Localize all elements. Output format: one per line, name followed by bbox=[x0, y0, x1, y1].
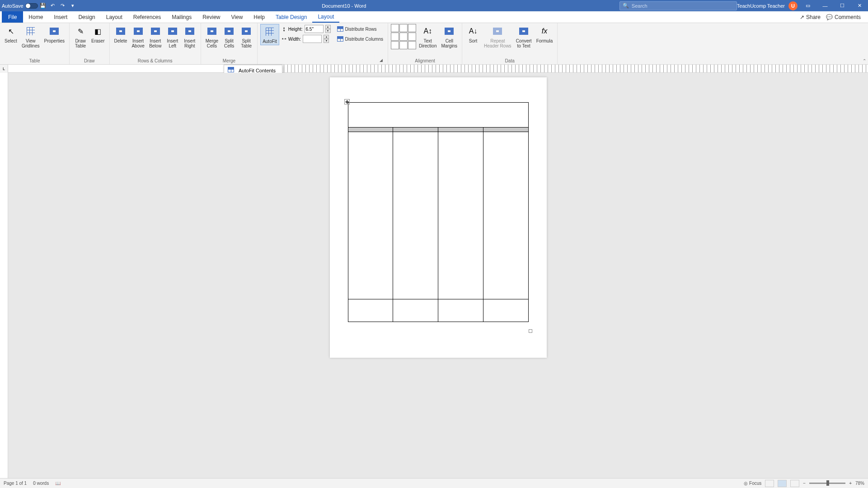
undo-icon[interactable]: ↶ bbox=[49, 2, 57, 10]
split-table-button[interactable]: Split Table bbox=[238, 24, 254, 49]
data-group-label: Data bbox=[465, 57, 554, 64]
dist-rows-icon bbox=[337, 26, 343, 32]
draw-table-button[interactable]: ✎Draw Table bbox=[72, 24, 89, 49]
align-mid-right[interactable] bbox=[408, 33, 416, 41]
repeat-header-rows-button[interactable]: Repeat Header Rows bbox=[482, 24, 513, 49]
mailings-tab[interactable]: Mailings bbox=[166, 11, 197, 23]
close-icon[interactable]: ✕ bbox=[853, 1, 866, 10]
insert-above-icon bbox=[132, 25, 145, 38]
select-button[interactable]: ↖Select bbox=[3, 24, 19, 44]
height-input[interactable] bbox=[305, 25, 324, 33]
insert-below-button[interactable]: Insert Below bbox=[147, 24, 164, 49]
minimize-icon[interactable]: — bbox=[818, 1, 832, 10]
insert-left-icon bbox=[166, 25, 179, 38]
properties-icon bbox=[48, 25, 61, 38]
comments-button[interactable]: 💬Comments bbox=[826, 14, 861, 20]
convert-text-icon bbox=[517, 25, 530, 38]
share-button[interactable]: ↗Share bbox=[800, 14, 821, 20]
insert-tab[interactable]: Insert bbox=[48, 11, 73, 23]
delete-button[interactable]: Delete bbox=[113, 24, 129, 44]
text-direction-button[interactable]: A↕Text Direction bbox=[417, 24, 438, 49]
alignment-group: A↕Text Direction Cell Margins Alignment bbox=[388, 23, 462, 64]
sort-button[interactable]: A↓Sort bbox=[465, 24, 481, 44]
height-icon: ⭥ bbox=[282, 27, 286, 32]
merge-cells-icon bbox=[206, 25, 218, 38]
insert-below-icon bbox=[149, 25, 162, 38]
autofit-contents-item[interactable]: AutoFit Contents bbox=[224, 65, 282, 73]
merge-cells-button[interactable]: Merge Cells bbox=[204, 24, 220, 49]
autofit-dropdown: AutoFit Contents AutoFit Window Fixed Co… bbox=[224, 65, 282, 73]
home-tab[interactable]: Home bbox=[23, 11, 48, 23]
references-tab[interactable]: References bbox=[128, 11, 166, 23]
comments-icon: 💬 bbox=[826, 14, 833, 20]
insert-right-button[interactable]: Insert Right bbox=[182, 24, 198, 49]
collapse-ribbon-icon[interactable]: ⌃ bbox=[863, 58, 866, 63]
dist-cols-icon bbox=[337, 36, 343, 42]
merge-group: Merge Cells Split Cells Split Table Merg… bbox=[201, 23, 258, 64]
user-name[interactable]: TeachUcomp Teacher bbox=[737, 3, 785, 9]
align-top-left[interactable] bbox=[391, 24, 399, 32]
split-cells-button[interactable]: Split Cells bbox=[221, 24, 237, 49]
save-icon[interactable]: 💾 bbox=[39, 2, 47, 10]
formula-icon: fx bbox=[538, 25, 551, 38]
width-input[interactable] bbox=[303, 35, 322, 43]
title-bar: AutoSave 💾 ↶ ↷ ▾ Document10 - Word 🔍 Sea… bbox=[0, 0, 868, 11]
file-tab[interactable]: File bbox=[2, 11, 23, 23]
align-bot-left[interactable] bbox=[391, 41, 399, 49]
height-label: Height: bbox=[288, 27, 303, 32]
align-top-right[interactable] bbox=[408, 24, 416, 32]
ribbon-display-icon[interactable]: ▭ bbox=[801, 1, 815, 10]
align-mid-center[interactable] bbox=[399, 33, 408, 41]
convert-to-text-button[interactable]: Convert to Text bbox=[514, 24, 534, 49]
rows-columns-group-label: Rows & Columns bbox=[113, 57, 198, 64]
gridlines-icon bbox=[24, 25, 37, 38]
repeat-header-icon bbox=[491, 25, 504, 38]
cell-margins-button[interactable]: Cell Margins bbox=[439, 24, 459, 49]
share-icon: ↗ bbox=[800, 14, 804, 20]
properties-button[interactable]: Properties bbox=[42, 24, 66, 44]
search-icon: 🔍 bbox=[623, 3, 629, 9]
distribute-rows-button[interactable]: Distribute Rows bbox=[335, 24, 385, 34]
select-icon: ↖ bbox=[5, 25, 17, 38]
maximize-icon[interactable]: ☐ bbox=[835, 1, 849, 10]
search-box[interactable]: 🔍 Search bbox=[619, 1, 737, 10]
split-cells-icon bbox=[223, 25, 235, 38]
qat-customize-icon[interactable]: ▾ bbox=[69, 2, 77, 10]
ruler-corner[interactable]: L bbox=[0, 65, 8, 73]
formula-button[interactable]: fxFormula bbox=[535, 24, 555, 44]
search-placeholder: Search bbox=[632, 3, 647, 9]
cell-size-fields: ⭥ Height: ▴▾ ⭤ Width: ▴▾ bbox=[282, 24, 331, 44]
align-mid-left[interactable] bbox=[391, 33, 399, 41]
width-spinner[interactable]: ▴▾ bbox=[324, 35, 329, 43]
cell-size-launcher-icon[interactable]: ◢ bbox=[379, 58, 384, 63]
table-layout-tab[interactable]: Layout bbox=[312, 11, 339, 23]
align-top-center[interactable] bbox=[399, 24, 408, 32]
table-design-tab[interactable]: Table Design bbox=[270, 11, 312, 23]
data-group: A↓Sort Repeat Header Rows Convert to Tex… bbox=[462, 23, 558, 64]
review-tab[interactable]: Review bbox=[197, 11, 225, 23]
autofit-icon bbox=[263, 25, 276, 38]
distribute-columns-button[interactable]: Distribute Columns bbox=[335, 34, 385, 44]
autosave-toggle[interactable] bbox=[25, 3, 38, 9]
distribute-col: Distribute Rows Distribute Columns bbox=[335, 24, 385, 44]
horizontal-ruler[interactable] bbox=[8, 65, 868, 73]
tabs-right: ↗Share 💬Comments bbox=[800, 11, 866, 23]
align-bot-center[interactable] bbox=[399, 41, 408, 49]
eraser-button[interactable]: ◧Eraser bbox=[89, 24, 106, 44]
autosave-group: AutoSave bbox=[2, 3, 38, 9]
layout-tab[interactable]: Layout bbox=[101, 11, 128, 23]
cell-size-launcher: ◢ bbox=[260, 57, 385, 64]
help-tab[interactable]: Help bbox=[248, 11, 270, 23]
cell-size-group: AutoFit ⭥ Height: ▴▾ ⭤ Width: ▴▾ Distrib… bbox=[258, 23, 388, 64]
view-gridlines-button[interactable]: View Gridlines bbox=[20, 24, 41, 49]
autofit-button[interactable]: AutoFit bbox=[260, 24, 279, 45]
view-tab[interactable]: View bbox=[226, 11, 249, 23]
insert-above-button[interactable]: Insert Above bbox=[130, 24, 146, 49]
height-spinner[interactable]: ▴▾ bbox=[325, 25, 331, 33]
user-avatar[interactable]: U bbox=[788, 1, 798, 10]
rows-columns-group: Delete Insert Above Insert Below Insert … bbox=[110, 23, 201, 64]
redo-icon[interactable]: ↷ bbox=[59, 2, 67, 10]
insert-left-button[interactable]: Insert Left bbox=[164, 24, 181, 49]
align-bot-right[interactable] bbox=[408, 41, 416, 49]
design-tab[interactable]: Design bbox=[73, 11, 100, 23]
